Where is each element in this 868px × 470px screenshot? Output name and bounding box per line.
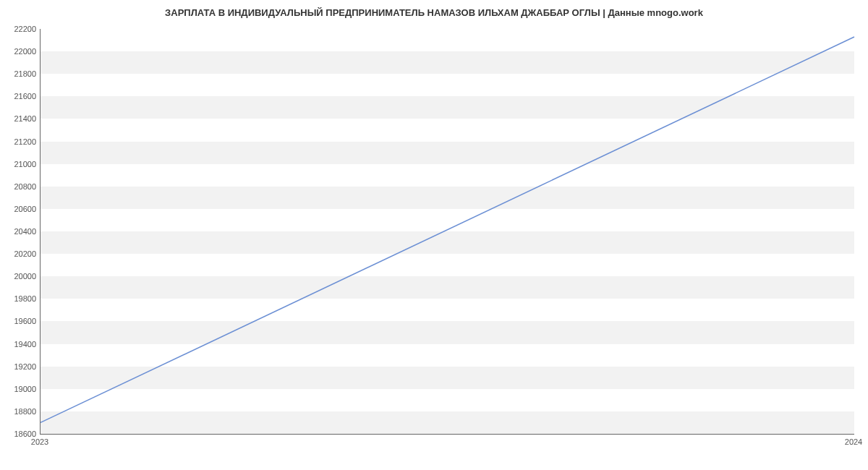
y-tick-label: 20800 [7, 182, 36, 191]
y-tick-label: 21000 [7, 160, 36, 168]
series-line [41, 37, 854, 422]
y-tick-label: 21400 [7, 114, 36, 123]
x-tick-label: 2024 [845, 437, 862, 446]
y-tick-label: 19000 [7, 385, 36, 393]
line-layer [41, 29, 854, 434]
y-tick-label: 20000 [7, 272, 36, 281]
y-tick-label: 22000 [7, 47, 36, 56]
chart-title: ЗАРПЛАТА В ИНДИВИДУАЛЬНЫЙ ПРЕДПРИНИМАТЕЛ… [0, 0, 868, 18]
y-tick-label: 18800 [7, 407, 36, 416]
y-tick-label: 22200 [7, 25, 36, 33]
y-tick-label: 21600 [7, 92, 36, 101]
y-tick-label: 20200 [7, 249, 36, 258]
y-tick-label: 19200 [7, 362, 36, 371]
y-tick-label: 21200 [7, 137, 36, 146]
plot-area [40, 29, 854, 435]
y-tick-label: 20600 [7, 205, 36, 213]
y-tick-label: 19400 [7, 340, 36, 349]
y-tick-label: 20400 [7, 227, 36, 236]
y-tick-label: 21800 [7, 69, 36, 78]
x-tick-label: 2023 [31, 437, 48, 446]
y-tick-label: 19600 [7, 317, 36, 325]
y-tick-label: 19800 [7, 294, 36, 303]
